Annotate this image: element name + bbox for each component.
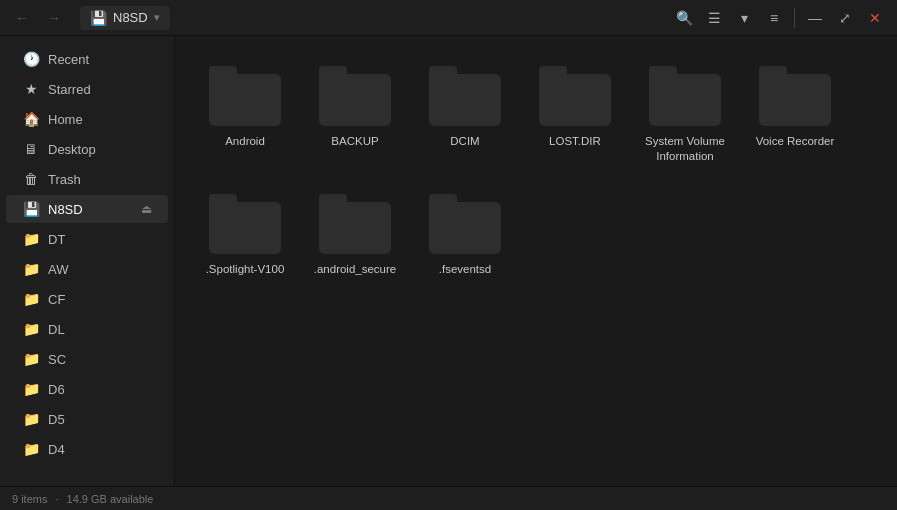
file-item[interactable]: .android_secure bbox=[305, 184, 405, 287]
file-item[interactable]: BACKUP bbox=[305, 56, 405, 174]
folder-icon bbox=[429, 66, 501, 126]
sidebar-icon-dl: 📁 bbox=[22, 321, 40, 337]
statusbar: 9 items · 14.9 GB available bbox=[0, 486, 897, 510]
folder-icon bbox=[649, 66, 721, 126]
sidebar-label-sc: SC bbox=[48, 352, 66, 367]
file-item[interactable]: DCIM bbox=[415, 56, 515, 174]
view-options-button[interactable]: ▾ bbox=[730, 4, 758, 32]
titlebar-divider bbox=[794, 8, 795, 28]
statusbar-separator: · bbox=[55, 493, 58, 505]
sidebar-item-home[interactable]: 🏠 Home bbox=[6, 105, 168, 133]
sidebar-icon-recent: 🕐 bbox=[22, 51, 40, 67]
sidebar-item-d5[interactable]: 📁 D5 bbox=[6, 405, 168, 433]
sidebar-item-cf[interactable]: 📁 CF bbox=[6, 285, 168, 313]
view-grid-button[interactable]: ≡ bbox=[760, 4, 788, 32]
main-layout: 🕐 Recent ★ Starred 🏠 Home 🖥 Desktop 🗑 Tr… bbox=[0, 36, 897, 486]
sidebar-item-sc[interactable]: 📁 SC bbox=[6, 345, 168, 373]
file-item[interactable]: System Volume Information bbox=[635, 56, 735, 174]
folder-icon bbox=[209, 194, 281, 254]
sidebar-label-d6: D6 bbox=[48, 382, 65, 397]
file-item[interactable]: LOST.DIR bbox=[525, 56, 625, 174]
sidebar-icon-d4: 📁 bbox=[22, 441, 40, 457]
folder-icon bbox=[319, 66, 391, 126]
file-name: .Spotlight-V100 bbox=[206, 262, 285, 277]
sidebar-item-desktop[interactable]: 🖥 Desktop bbox=[6, 135, 168, 163]
view-list-button[interactable]: ☰ bbox=[700, 4, 728, 32]
file-item[interactable]: Voice Recorder bbox=[745, 56, 845, 174]
folder-icon bbox=[539, 66, 611, 126]
titlebar-nav: ← → 💾 N8SD ▾ bbox=[8, 4, 178, 32]
sidebar-item-aw[interactable]: 📁 AW bbox=[6, 255, 168, 283]
file-grid: Android BACKUP DCIM LOST.DIR bbox=[195, 56, 877, 287]
restore-button[interactable]: ⤢ bbox=[831, 4, 859, 32]
file-name: BACKUP bbox=[331, 134, 378, 149]
sidebar-item-n8sd[interactable]: 💾 N8SD ⏏ bbox=[6, 195, 168, 223]
sidebar-icon-n8sd: 💾 bbox=[22, 201, 40, 217]
sidebar-label-d4: D4 bbox=[48, 442, 65, 457]
file-name: DCIM bbox=[450, 134, 479, 149]
sidebar: 🕐 Recent ★ Starred 🏠 Home 🖥 Desktop 🗑 Tr… bbox=[0, 36, 175, 486]
sidebar-label-aw: AW bbox=[48, 262, 68, 277]
file-name: Voice Recorder bbox=[756, 134, 835, 149]
sidebar-label-cf: CF bbox=[48, 292, 65, 307]
sidebar-label-n8sd: N8SD bbox=[48, 202, 83, 217]
sidebar-icon-cf: 📁 bbox=[22, 291, 40, 307]
file-item[interactable]: Android bbox=[195, 56, 295, 174]
sidebar-icon-sc: 📁 bbox=[22, 351, 40, 367]
folder-icon bbox=[759, 66, 831, 126]
sidebar-label-home: Home bbox=[48, 112, 83, 127]
sidebar-label-recent: Recent bbox=[48, 52, 89, 67]
sidebar-item-starred[interactable]: ★ Starred bbox=[6, 75, 168, 103]
titlebar-right: 🔍 ☰ ▾ ≡ — ⤢ ✕ bbox=[670, 4, 889, 32]
forward-button[interactable]: → bbox=[40, 4, 68, 32]
folder-icon bbox=[209, 66, 281, 126]
file-item[interactable]: .Spotlight-V100 bbox=[195, 184, 295, 287]
statusbar-space: 14.9 GB available bbox=[67, 493, 154, 505]
sidebar-item-trash[interactable]: 🗑 Trash bbox=[6, 165, 168, 193]
sidebar-label-dl: DL bbox=[48, 322, 65, 337]
sidebar-item-d4[interactable]: 📁 D4 bbox=[6, 435, 168, 463]
sidebar-item-dt[interactable]: 📁 DT bbox=[6, 225, 168, 253]
titlebar: ← → 💾 N8SD ▾ 🔍 ☰ ▾ ≡ — ⤢ ✕ bbox=[0, 0, 897, 36]
statusbar-item-count: 9 items bbox=[12, 493, 47, 505]
sidebar-icon-d6: 📁 bbox=[22, 381, 40, 397]
file-area: Android BACKUP DCIM LOST.DIR bbox=[175, 36, 897, 486]
sidebar-icon-trash: 🗑 bbox=[22, 171, 40, 187]
sidebar-item-dl[interactable]: 📁 DL bbox=[6, 315, 168, 343]
back-button[interactable]: ← bbox=[8, 4, 36, 32]
eject-icon[interactable]: ⏏ bbox=[141, 202, 152, 216]
sidebar-label-starred: Starred bbox=[48, 82, 91, 97]
sidebar-label-d5: D5 bbox=[48, 412, 65, 427]
file-name: .fseventsd bbox=[439, 262, 491, 277]
file-name: Android bbox=[225, 134, 265, 149]
sidebar-icon-desktop: 🖥 bbox=[22, 141, 40, 157]
sidebar-item-recent[interactable]: 🕐 Recent bbox=[6, 45, 168, 73]
minimize-button[interactable]: — bbox=[801, 4, 829, 32]
sidebar-icon-home: 🏠 bbox=[22, 111, 40, 127]
sidebar-label-trash: Trash bbox=[48, 172, 81, 187]
file-name: LOST.DIR bbox=[549, 134, 601, 149]
folder-icon bbox=[319, 194, 391, 254]
location-bar[interactable]: 💾 N8SD ▾ bbox=[80, 6, 170, 30]
sidebar-icon-starred: ★ bbox=[22, 81, 40, 97]
folder-icon bbox=[429, 194, 501, 254]
sidebar-icon-aw: 📁 bbox=[22, 261, 40, 277]
sidebar-item-d6[interactable]: 📁 D6 bbox=[6, 375, 168, 403]
file-item[interactable]: .fseventsd bbox=[415, 184, 515, 287]
search-button[interactable]: 🔍 bbox=[670, 4, 698, 32]
file-name: .android_secure bbox=[314, 262, 396, 277]
file-name: System Volume Information bbox=[641, 134, 729, 164]
location-drive-icon: 💾 bbox=[90, 10, 107, 26]
sidebar-icon-dt: 📁 bbox=[22, 231, 40, 247]
location-text: N8SD bbox=[113, 10, 148, 25]
sidebar-label-desktop: Desktop bbox=[48, 142, 96, 157]
sidebar-label-dt: DT bbox=[48, 232, 65, 247]
close-button[interactable]: ✕ bbox=[861, 4, 889, 32]
sidebar-icon-d5: 📁 bbox=[22, 411, 40, 427]
location-chevron-icon: ▾ bbox=[154, 11, 160, 24]
